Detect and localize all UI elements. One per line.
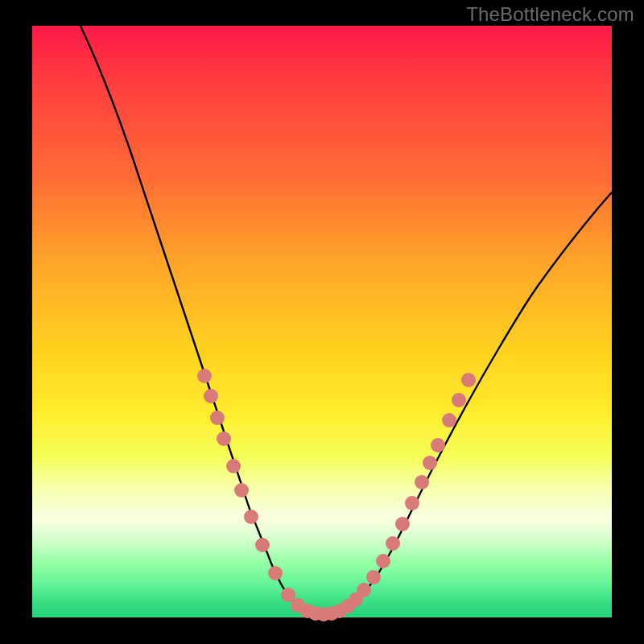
curve-marker bbox=[405, 496, 419, 510]
curve-marker bbox=[268, 566, 283, 580]
curve-marker bbox=[255, 538, 270, 552]
curve-marker bbox=[244, 510, 258, 524]
curve-marker bbox=[431, 438, 445, 452]
bottleneck-curve bbox=[80, 26, 612, 614]
curve-marker bbox=[376, 554, 390, 568]
curve-marker bbox=[452, 393, 466, 407]
chart-frame: TheBottleneck.com bbox=[0, 0, 644, 644]
curve-marker bbox=[234, 483, 249, 497]
marker-group bbox=[197, 369, 476, 621]
curve-marker bbox=[423, 456, 437, 470]
curve-marker bbox=[217, 431, 231, 446]
curve-marker bbox=[415, 475, 429, 489]
curve-marker bbox=[210, 411, 225, 425]
curve-marker bbox=[395, 517, 410, 531]
attribution-text: TheBottleneck.com bbox=[466, 3, 634, 26]
curve-marker bbox=[197, 369, 212, 383]
curve-marker bbox=[442, 413, 456, 427]
curve-marker bbox=[357, 583, 371, 597]
curve-marker bbox=[366, 570, 381, 584]
curve-marker bbox=[461, 373, 476, 387]
curve-marker bbox=[226, 459, 241, 473]
curve-marker bbox=[204, 389, 218, 403]
plot-area bbox=[32, 26, 612, 617]
curve-svg bbox=[32, 26, 612, 617]
curve-marker bbox=[386, 536, 400, 551]
